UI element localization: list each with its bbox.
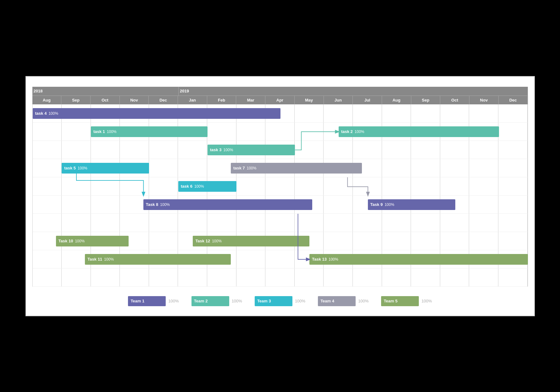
task-pct-task2: 100% (355, 130, 364, 134)
legend-pct: 100% (232, 299, 242, 303)
legend-bar: Team 5 (381, 296, 419, 306)
year-row: 20182019 (32, 87, 528, 96)
legend-item-team-1: Team 1100% (128, 296, 179, 306)
legend-bar: Team 2 (191, 296, 229, 306)
month-cell-Jun10: Jun (324, 96, 353, 104)
gantt-row-1: task 1100%task 2100% (33, 123, 528, 141)
month-cell-Oct14: Oct (440, 96, 469, 104)
month-cell-Dec16: Dec (499, 96, 528, 104)
month-cell-Mar7: Mar (236, 96, 265, 104)
gantt-body: task 4100%task 1100%task 2100%task 3100%… (32, 104, 528, 287)
gantt-row-5: Task 8100%Task 9100% (33, 196, 528, 214)
month-cell-Jul11: Jul (353, 96, 382, 104)
task-label-task11: Task 11 (87, 257, 102, 262)
task-pct-task8: 100% (160, 202, 170, 207)
task-label-task5: task 5 (64, 166, 76, 170)
gantt-row-4: task 6100% (33, 177, 528, 196)
month-cell-Sep1: Sep (61, 96, 91, 104)
legend-bar: Team 3 (255, 296, 292, 306)
legend-pct: 100% (295, 299, 305, 303)
task-label-task12: Task 12 (195, 239, 210, 243)
month-cell-May9: May (295, 96, 324, 104)
task-bar-task9: Task 9100% (368, 199, 455, 210)
gantt-row-3: task 5100%task 7100% (33, 159, 528, 177)
gantt-row-8: Task 11100%Task 13100% (33, 250, 528, 268)
task-pct-task12: 100% (212, 239, 222, 243)
task-label-task4: task 4 (35, 111, 47, 116)
gantt-wrapper: 20182019AugSepOctNovDecJanFebMarAprMayJu… (32, 87, 528, 287)
task-label-task2: task 2 (341, 129, 353, 134)
task-bar-task11: Task 11100% (85, 254, 231, 265)
task-pct-task1: 100% (107, 130, 117, 134)
year-2018: 2018 (32, 87, 179, 96)
task-bar-task13: Task 13100% (309, 254, 528, 265)
month-cell-Sep13: Sep (411, 96, 441, 104)
legend: Team 1100%Team 2100%Team 3100%Team 4100%… (32, 296, 528, 306)
legend-item-team-2: Team 2100% (191, 296, 242, 306)
month-cell-Jan5: Jan (178, 96, 207, 104)
month-cell-Nov15: Nov (469, 96, 499, 104)
task-bar-task4: task 4100% (33, 108, 280, 119)
task-label-task3: task 3 (210, 147, 222, 152)
task-bar-task10: Task 10100% (56, 236, 129, 246)
task-label-task9: Task 9 (370, 202, 383, 207)
task-pct-task6: 100% (194, 184, 204, 189)
task-pct-task4: 100% (48, 111, 58, 116)
task-bar-task8: Task 8100% (143, 199, 313, 210)
task-bar-task6: task 6100% (178, 181, 236, 192)
gantt-row-2: task 3100% (33, 141, 528, 159)
legend-pct: 100% (168, 299, 179, 303)
month-cell-Oct2: Oct (91, 96, 120, 104)
month-cell-Nov3: Nov (120, 96, 149, 104)
month-cell-Apr8: Apr (265, 96, 295, 104)
chart-container: 20182019AugSepOctNovDecJanFebMarAprMayJu… (25, 76, 535, 316)
task-label-task10: Task 10 (58, 239, 73, 243)
task-pct-task13: 100% (329, 257, 338, 262)
legend-item-team-5: Team 5100% (381, 296, 432, 306)
task-label-task13: Task 13 (312, 257, 327, 262)
legend-bar: Team 4 (318, 296, 356, 306)
legend-item-team-3: Team 3100% (255, 296, 305, 306)
task-pct-task3: 100% (224, 148, 233, 152)
task-bar-task5: task 5100% (62, 163, 149, 174)
task-bar-task3: task 3100% (208, 145, 295, 155)
task-pct-task11: 100% (104, 257, 114, 262)
legend-pct: 100% (358, 299, 369, 303)
month-cell-Feb6: Feb (207, 96, 236, 104)
gantt-rows: task 4100%task 1100%task 2100%task 3100%… (33, 104, 528, 287)
task-label-task1: task 1 (93, 129, 105, 134)
gantt-header: 20182019AugSepOctNovDecJanFebMarAprMayJu… (32, 87, 528, 104)
month-row: AugSepOctNovDecJanFebMarAprMayJunJulAugS… (32, 96, 528, 104)
year-2019: 2019 (179, 87, 528, 96)
gantt-row-0: task 4100% (33, 104, 528, 123)
month-cell-Aug12: Aug (382, 96, 411, 104)
month-cell-Aug0: Aug (32, 96, 62, 104)
task-pct-task9: 100% (385, 202, 394, 207)
legend-bar: Team 1 (128, 296, 166, 306)
task-bar-task2: task 2100% (339, 126, 499, 137)
gantt-row-6 (33, 214, 528, 232)
gantt-row-9 (33, 268, 528, 287)
task-bar-task7: task 7100% (231, 163, 362, 174)
task-label-task8: Task 8 (146, 202, 158, 207)
task-pct-task7: 100% (247, 166, 257, 170)
task-pct-task10: 100% (75, 239, 85, 243)
task-bar-task12: Task 12100% (193, 236, 309, 246)
task-bar-task1: task 1100% (91, 126, 208, 137)
task-label-task6: task 6 (181, 184, 192, 189)
gantt-row-7: Task 10100%Task 12100% (33, 232, 528, 250)
month-cell-Dec4: Dec (149, 96, 178, 104)
legend-pct: 100% (421, 299, 432, 303)
task-pct-task5: 100% (78, 166, 87, 170)
legend-item-team-4: Team 4100% (318, 296, 369, 306)
task-label-task7: task 7 (233, 166, 245, 170)
